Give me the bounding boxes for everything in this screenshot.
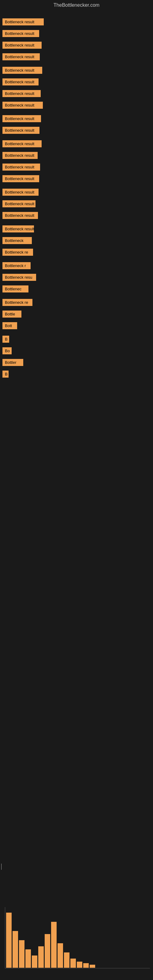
chart-bar xyxy=(77,962,82,968)
bottleneck-result-bar: Bottleneck result xyxy=(2,67,42,74)
chart-bar xyxy=(90,965,95,968)
bottleneck-result-bar: Bottleneck re xyxy=(2,299,32,306)
bar-row: Bottler xyxy=(1,357,24,369)
bars-container: Bottleneck resultBottleneck resultBottle… xyxy=(0,10,153,393)
chart-bar xyxy=(26,950,31,968)
bottleneck-result-bar: Bottleneck result xyxy=(2,18,44,25)
bottleneck-result-bar: Bottleneck result xyxy=(2,200,35,207)
bar-row: Bottleneck result xyxy=(1,150,39,162)
bar-row: Bottleneck resu xyxy=(1,272,37,284)
bar-row: Bottleneck result xyxy=(1,100,44,112)
bar-row: Bottleneck result xyxy=(1,40,43,52)
bottleneck-result-bar: Bottleneck result xyxy=(2,127,40,134)
bar-row: Bo xyxy=(1,345,13,357)
bar-row: Bottleneck result xyxy=(1,65,43,77)
bottleneck-result-bar: Bottleneck result xyxy=(2,90,41,97)
bottleneck-result-bar: Bo xyxy=(2,347,12,354)
chart-bar xyxy=(6,913,12,968)
bottleneck-result-bar: Bottleneck result xyxy=(2,53,40,60)
bar-row: Bottleneck result xyxy=(1,210,39,222)
bar-row: Bottleneck result xyxy=(1,162,41,173)
bottleneck-result-bar: Bottler xyxy=(2,359,23,366)
bottleneck-result-bar: Bottleneck result xyxy=(2,189,38,196)
bar-row: Bottleneck xyxy=(1,235,33,247)
bottleneck-result-bar: Bottleneck result xyxy=(2,78,38,86)
bottleneck-result-bar: Bottleneck result xyxy=(2,225,34,232)
bottleneck-result-bar: B xyxy=(2,336,9,343)
chart-bars-container xyxy=(6,907,95,968)
bottleneck-result-bar: Bottleneck result xyxy=(2,212,38,219)
chart-bar xyxy=(13,931,18,968)
bar-row: Bottleneck result xyxy=(1,187,40,199)
bar-row: Bottleneck result xyxy=(1,173,40,185)
bar-row: Bottleneck result xyxy=(1,88,42,100)
bottleneck-result-bar: Bottleneck resu xyxy=(2,274,36,281)
bottom-chart-area xyxy=(0,888,153,980)
bottleneck-result-bar: Bott xyxy=(2,322,17,329)
chart-bar xyxy=(51,922,57,968)
chart-bar xyxy=(45,934,50,968)
bar-row: Bottleneck result xyxy=(1,16,45,29)
bar-row: Bottleneck result xyxy=(1,51,41,64)
bar-row: Bottleneck result xyxy=(1,199,37,210)
chart-bar xyxy=(38,946,44,968)
bar-row: Bottleneck result xyxy=(1,76,40,89)
bottleneck-result-bar: Bottleneck result xyxy=(2,102,43,109)
bottleneck-result-bar: Bottleneck result xyxy=(2,115,41,122)
bottleneck-result-bar: Bottleneck result xyxy=(2,41,41,49)
chart-bar xyxy=(83,963,89,968)
bottleneck-result-bar: Bottleneck result xyxy=(2,152,38,159)
bottleneck-result-bar: Bottlenec xyxy=(2,285,29,293)
bar-row: Bottleneck re xyxy=(1,297,33,309)
bar-row: Bottleneck result xyxy=(1,113,42,125)
chart-bar xyxy=(70,959,76,968)
chart-bar xyxy=(64,953,70,968)
bottleneck-result-bar: Bottleneck result xyxy=(2,30,39,37)
bottleneck-result-bar: Bottleneck result xyxy=(2,140,41,147)
bottleneck-result-bar: Bottleneck result xyxy=(2,164,40,170)
bar-row: Bottleneck result xyxy=(1,138,43,150)
chart-bar xyxy=(32,956,37,968)
bottleneck-result-bar: Bottleneck r xyxy=(2,262,30,269)
bar-row: Bottlenec xyxy=(1,283,30,296)
bar-row: B xyxy=(1,334,10,346)
bar-row: B xyxy=(1,369,10,381)
vertical-axis-line xyxy=(5,907,5,968)
bottleneck-result-bar: Bottleneck re xyxy=(2,249,33,256)
bottleneck-result-bar: Bottle xyxy=(2,310,21,318)
site-title: TheBottlenecker.com xyxy=(0,0,153,10)
bar-row: Bottleneck result xyxy=(1,224,35,235)
bottleneck-result-bar: B xyxy=(2,371,9,378)
chart-bar xyxy=(19,940,24,968)
bottleneck-result-bar: Bottleneck xyxy=(2,237,32,244)
bar-row: Bott xyxy=(1,320,18,332)
bar-row: Bottle xyxy=(1,309,22,321)
bar-row: Bottleneck re xyxy=(1,247,34,259)
bar-row: Bottleneck result xyxy=(1,125,41,137)
bottleneck-result-bar: Bottleneck result xyxy=(2,175,39,182)
cursor-indicator xyxy=(1,864,2,870)
chart-bar xyxy=(57,943,63,968)
bar-row: Bottleneck result xyxy=(1,28,40,40)
bar-row: Bottleneck r xyxy=(1,260,32,272)
